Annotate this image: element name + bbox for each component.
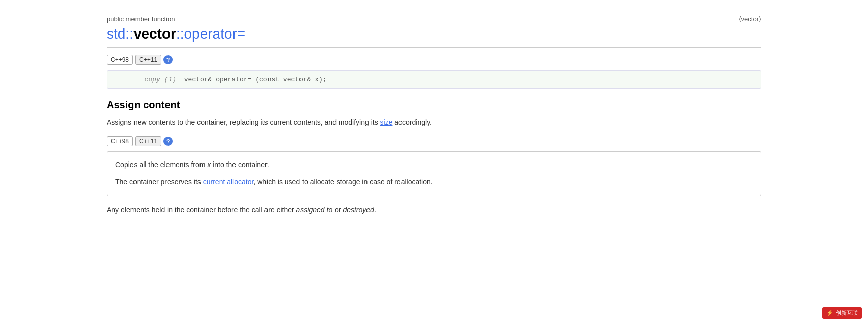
help-icon-2[interactable]: ? bbox=[163, 137, 173, 146]
section-title: Assign content bbox=[107, 99, 761, 111]
help-icon-1[interactable]: ? bbox=[163, 55, 173, 64]
tab-cpp11-1[interactable]: C++11 bbox=[135, 55, 161, 65]
header-right-label: ⟨vector⟩ bbox=[739, 15, 761, 23]
title-prefix: std:: bbox=[107, 26, 133, 42]
tab-cpp98-2[interactable]: C++98 bbox=[107, 136, 133, 146]
title-divider bbox=[107, 47, 761, 48]
note-before: Any elements held in the container befor… bbox=[107, 206, 296, 214]
vector-header-tag: ⟨vector⟩ bbox=[739, 15, 761, 23]
tabs-row-1: C++98 C++11 ? bbox=[107, 55, 761, 65]
info-l1-after: into the container. bbox=[211, 160, 269, 169]
code-sig-1: vector& operator= (const vector& x); bbox=[180, 76, 327, 83]
note-italic2: destroyed bbox=[343, 206, 374, 214]
allocator-link[interactable]: current allocator bbox=[203, 178, 254, 186]
info-l2-after: , which is used to allocate storage in c… bbox=[253, 178, 432, 186]
code-block-1: copy (1) vector& operator= (const vector… bbox=[107, 70, 761, 89]
bottom-note: Any elements held in the container befor… bbox=[107, 204, 761, 215]
desc-after: accordingly. bbox=[392, 118, 432, 126]
section-description: Assigns new contents to the container, r… bbox=[107, 117, 761, 128]
title-main: vector bbox=[133, 26, 176, 42]
info-box: Copies all the elements from x into the … bbox=[107, 151, 761, 196]
info-line-2: The container preserves its current allo… bbox=[115, 176, 753, 188]
tab-cpp11-2[interactable]: C++11 bbox=[135, 136, 161, 146]
note-italic1: assigned to bbox=[296, 206, 333, 214]
info-l1-before: Copies all the elements from bbox=[115, 160, 207, 169]
page-container: ⟨vector⟩ public member function std::vec… bbox=[0, 0, 868, 236]
category-label: public member function bbox=[107, 15, 761, 23]
note-after: . bbox=[374, 206, 376, 214]
tab-cpp98-1[interactable]: C++98 bbox=[107, 55, 133, 65]
tabs-row-2: C++98 C++11 ? bbox=[107, 136, 761, 146]
desc-before: Assigns new contents to the container, r… bbox=[107, 118, 380, 126]
title-suffix: ::operator= bbox=[176, 26, 245, 42]
size-link[interactable]: size bbox=[380, 118, 393, 126]
note-middle: or bbox=[332, 206, 343, 214]
info-line-1: Copies all the elements from x into the … bbox=[115, 159, 753, 171]
main-title: std::vector::operator= bbox=[107, 26, 761, 42]
code-label-1: copy (1) bbox=[115, 76, 176, 83]
info-l2-before: The container preserves its bbox=[115, 178, 203, 186]
